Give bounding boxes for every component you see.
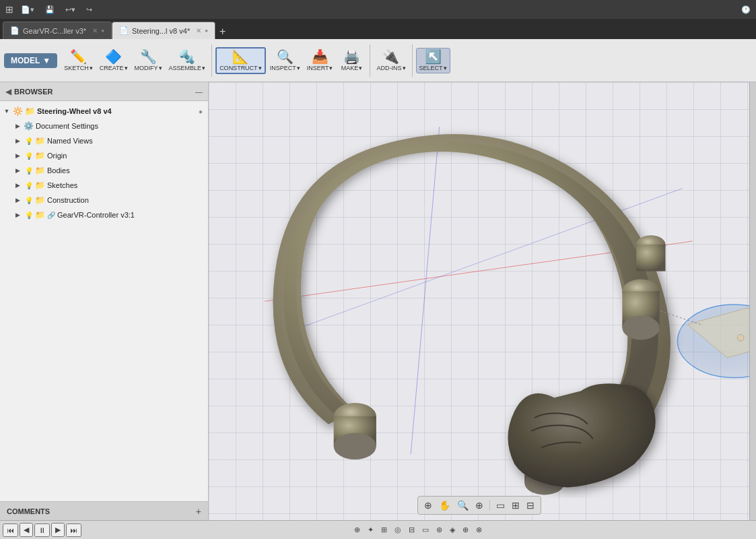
vp-display-icon[interactable]: ▭ — [494, 499, 507, 512]
sidebar: ◀ BROWSER — ▼ 🔆 📁 Steering-Wheel v8 v4 ●… — [0, 82, 209, 520]
vp-grid-icon[interactable]: ⊞ — [510, 499, 522, 512]
root-expand-icon[interactable]: ▼ — [3, 108, 11, 115]
inspect-icon: 🔍 — [277, 50, 294, 63]
nav-tool-9[interactable]: ⊕ — [460, 524, 471, 536]
select-icon: ↖️ — [425, 50, 442, 63]
add-tab-button[interactable]: + — [219, 26, 226, 38]
browser-minimize-icon[interactable]: — — [195, 88, 203, 96]
nav-tool-6[interactable]: ▭ — [419, 524, 432, 536]
nav-tool-7[interactable]: ⊛ — [434, 524, 445, 536]
origin-expand-icon[interactable]: ▶ — [13, 152, 22, 159]
vp-move-icon[interactable]: ⊕ — [422, 499, 434, 512]
title-bar-time: 🕐 — [741, 5, 751, 14]
addins-group[interactable]: 🔌 ADD-INS ▾ — [374, 49, 408, 73]
gearvr-ref-expand-icon[interactable]: ▶ — [13, 212, 22, 218]
nav-tool-5[interactable]: ⊟ — [406, 524, 417, 536]
make-group[interactable]: 🖨️ MAKE ▾ — [337, 49, 366, 73]
vp-cube-icon[interactable]: ⊟ — [524, 499, 537, 512]
origin-label: Origin — [47, 152, 67, 160]
browser-title: BROWSER — [14, 88, 193, 96]
nav-tool-10[interactable]: ⊗ — [473, 524, 485, 536]
toolbar: MODEL ▼ ✏️ SKETCH ▾ 🔷 CREATE ▾ 🔧 MODIFY … — [0, 39, 756, 82]
vp-zoom-icon[interactable]: 🔍 — [455, 499, 471, 512]
model-caret-icon: ▼ — [42, 56, 50, 65]
nav-tool-8[interactable]: ◈ — [447, 524, 458, 536]
tab-modified-icon: ● — [101, 28, 104, 34]
undo-button[interactable]: ↩▾ — [62, 4, 79, 15]
nav-tool-1[interactable]: ⊕ — [351, 524, 363, 536]
nav-tool-4[interactable]: ◎ — [392, 524, 404, 536]
insert-group[interactable]: 📥 INSERT ▾ — [304, 49, 336, 73]
tab-steering[interactable]: 📄 Steering...l v8 v4* ✕ ● — [112, 22, 215, 39]
tree-item-named-views[interactable]: ▶ 💡 📁 Named Views — [0, 133, 208, 148]
tree-item-doc-settings[interactable]: ▶ ⚙️ Document Settings — [0, 119, 208, 133]
bodies-folder-icon: 📁 — [35, 166, 45, 175]
modify-group[interactable]: 🔧 MODIFY ▾ — [132, 49, 165, 73]
tree-item-gearvr-ref[interactable]: ▶ 💡 📁 🔗 GearVR-Controller v3:1 — [0, 208, 208, 222]
nav-tool-2[interactable]: ✦ — [365, 524, 376, 536]
construct-group[interactable]: 📐 CONSTRUCT ▾ — [215, 47, 266, 74]
sketches-eye-icon: 💡 — [25, 182, 33, 189]
nav-last-button[interactable]: ⏭ — [66, 524, 81, 537]
browser-actions: — — [195, 88, 203, 96]
named-views-folder-icon: 📁 — [35, 136, 45, 146]
nav-prev-button[interactable]: ◀ — [20, 523, 33, 537]
nav-first-button[interactable]: ⏮ — [3, 524, 18, 537]
file-menu-button[interactable]: 📄▾ — [18, 4, 38, 15]
create-group[interactable]: 🔷 CREATE ▾ — [97, 49, 131, 73]
assemble-icon: 🔩 — [178, 50, 195, 63]
main-area: ◀ BROWSER — ▼ 🔆 📁 Steering-Wheel v8 v4 ●… — [0, 82, 756, 520]
assemble-group[interactable]: 🔩 ASSEMBLE ▾ — [166, 49, 209, 73]
sketch-group[interactable]: ✏️ SKETCH ▾ — [61, 49, 96, 73]
vp-fit-icon[interactable]: ⊕ — [473, 499, 485, 512]
vp-pan-icon[interactable]: ✋ — [437, 499, 452, 512]
sketches-expand-icon[interactable]: ▶ — [13, 182, 22, 189]
construction-expand-icon[interactable]: ▶ — [13, 197, 22, 203]
tab-gearvr[interactable]: 📄 GearVR-C...ller v3* ✕ ● — [3, 22, 112, 39]
tree-root[interactable]: ▼ 🔆 📁 Steering-Wheel v8 v4 ● — [0, 104, 208, 119]
inspect-group[interactable]: 🔍 INSPECT ▾ — [267, 49, 303, 73]
bodies-eye-icon: 💡 — [25, 167, 33, 175]
tab-modified-icon: ● — [205, 28, 208, 34]
nav-play-button[interactable]: ⏸ — [34, 524, 50, 537]
tree-item-sketches[interactable]: ▶ 💡 📁 Sketches — [0, 178, 208, 193]
tree-item-bodies[interactable]: ▶ 💡 📁 Bodies — [0, 163, 208, 178]
scrollbar-vertical[interactable] — [749, 82, 756, 520]
make-icon: 🖨️ — [343, 50, 360, 63]
modify-icon: 🔧 — [140, 50, 157, 63]
construction-dot — [737, 334, 744, 341]
redo-button[interactable]: ↪ — [83, 4, 96, 15]
inspect-label: INSPECT — [270, 65, 296, 71]
assemble-caret-icon: ▾ — [202, 65, 205, 71]
sketches-folder-icon: 📁 — [35, 181, 45, 190]
gearvr-ref-folder-icon: 📁 — [35, 210, 45, 220]
root-eye-icon[interactable]: ● — [199, 108, 203, 115]
nav-next-button[interactable]: ▶ — [51, 523, 65, 537]
doc-settings-expand-icon[interactable]: ▶ — [13, 123, 22, 129]
select-group[interactable]: ↖️ SELECT ▾ — [416, 48, 450, 73]
construct-label: CONSTRUCT — [219, 65, 258, 71]
gearvr-ref-label: GearVR-Controller v3:1 — [57, 211, 135, 219]
nav-tool-3[interactable]: ⊞ — [378, 524, 390, 536]
tab-close-icon[interactable]: ✕ — [92, 27, 98, 34]
origin-folder-icon: 📁 — [35, 151, 45, 160]
save-button[interactable]: 💾 — [42, 4, 58, 15]
assemble-label: ASSEMBLE — [169, 65, 202, 71]
tree-item-construction[interactable]: ▶ 💡 📁 Construction — [0, 193, 208, 208]
origin-eye-icon: 💡 — [25, 152, 33, 160]
tab-close-icon[interactable]: ✕ — [196, 27, 201, 34]
comments-add-button[interactable]: + — [196, 506, 201, 517]
bodies-expand-icon[interactable]: ▶ — [13, 167, 22, 174]
addins-caret-icon: ▾ — [403, 65, 406, 71]
tree-item-origin[interactable]: ▶ 💡 📁 Origin — [0, 148, 208, 163]
app-grid-icon[interactable]: ⊞ — [5, 4, 13, 15]
insert-icon: 📥 — [312, 50, 329, 63]
viewport[interactable]: ⊕ ✋ 🔍 ⊕ ▭ ⊞ ⊟ — [209, 82, 749, 520]
model-button[interactable]: MODEL ▼ — [4, 53, 57, 68]
named-views-expand-icon[interactable]: ▶ — [13, 137, 22, 144]
root-active-icon: 🔆 — [13, 106, 23, 116]
tab-label: GearVR-C...ller v3* — [23, 27, 86, 35]
insert-caret-icon: ▾ — [329, 65, 333, 71]
gearvr-ref-link-icon: 🔗 — [47, 212, 55, 219]
browser-collapse-icon[interactable]: ◀ — [5, 87, 11, 96]
